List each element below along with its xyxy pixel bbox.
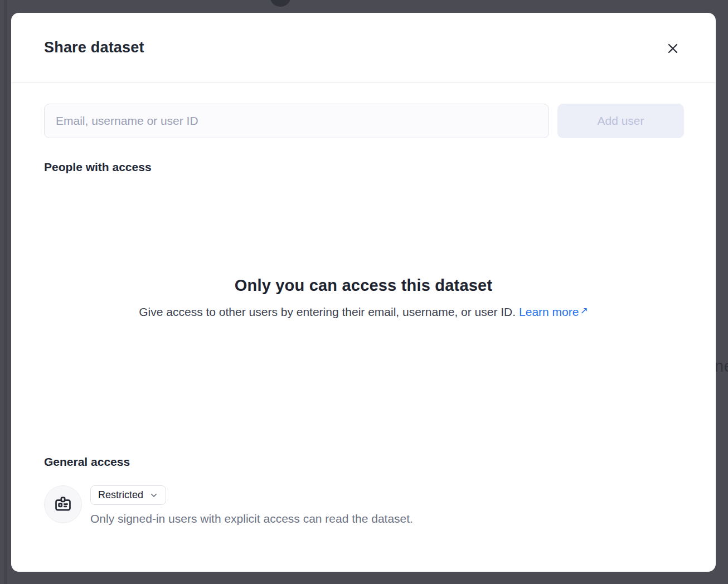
chevron-down-icon [149, 491, 158, 500]
people-with-access-heading: People with access [44, 160, 152, 174]
empty-state-description-row: Give access to other users by entering t… [11, 305, 716, 319]
visibility-selected-value: Restricted [98, 489, 143, 501]
restricted-badge-circle [44, 485, 82, 523]
add-user-button[interactable]: Add user [557, 104, 684, 138]
add-user-row: Add user [44, 104, 684, 138]
modal-title: Share dataset [44, 39, 144, 56]
learn-more-label: Learn more [519, 305, 579, 318]
empty-state-title: Only you can access this dataset [11, 276, 716, 295]
general-access-details: Restricted Only signed-in users with exp… [90, 485, 413, 525]
empty-state: Only you can access this dataset Give ac… [11, 276, 716, 319]
share-dataset-modal: Share dataset Add user People with acces… [11, 13, 716, 572]
learn-more-link[interactable]: Learn more↗ [519, 305, 588, 318]
close-icon [666, 41, 680, 56]
external-link-icon: ↗ [580, 305, 588, 317]
header-divider [11, 82, 716, 83]
background-scrollbar [4, 0, 7, 584]
background-avatar [270, 0, 291, 7]
general-access-row: Restricted Only signed-in users with exp… [44, 485, 684, 525]
user-search-input[interactable] [44, 104, 549, 138]
id-badge-icon [54, 495, 72, 514]
general-access-heading: General access [44, 455, 130, 469]
close-button[interactable] [663, 39, 682, 58]
background-partial-text: ne [715, 357, 728, 376]
empty-state-description: Give access to other users by entering t… [139, 305, 516, 318]
visibility-dropdown[interactable]: Restricted [90, 485, 166, 505]
general-access-description: Only signed-in users with explicit acces… [90, 512, 413, 525]
